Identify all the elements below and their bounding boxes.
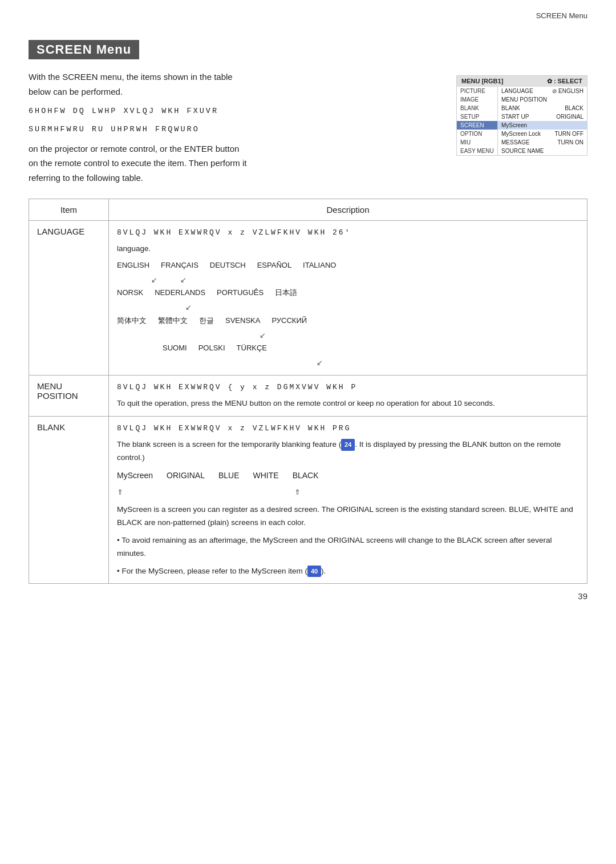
lang-italiano: ITALIANO	[303, 259, 336, 272]
table-row-language: LANGUAGE 8VLQJ WKH EXWWRQV x z VZLWFKHV …	[29, 221, 587, 376]
menu-right-blank: BLANKBLACK	[498, 104, 587, 112]
lang-arrows-4: ↙	[317, 357, 579, 369]
col-desc-header: Description	[109, 199, 587, 221]
lang-japanese: 日本語	[275, 286, 297, 299]
intro-encoded2: SURMHFWRU RU UHPRWH FRQWURO	[29, 123, 359, 136]
menu-left-column: PICTURE IMAGE BLANK SETUP SCREEN OPTION …	[457, 87, 498, 155]
page-number: 39	[578, 591, 587, 601]
lang-turkce: TÜRKÇE	[237, 342, 267, 354]
lang-russian: РУССКИЙ	[271, 314, 307, 327]
menu-right-startup: START UPORIGINAL	[498, 112, 587, 121]
blank-option-black: BLACK	[293, 469, 319, 483]
arrow-down-1: ↙	[151, 274, 157, 286]
menupos-desc-text: To quit the operation, press the MENU bu…	[117, 397, 579, 410]
arrow-down-3: ↙	[185, 301, 192, 314]
blank-option-original: ORIGINAL	[167, 469, 205, 483]
lang-english: ENGLISH	[117, 259, 149, 272]
blank-arrows: ⇑ ⇑	[117, 486, 579, 499]
desc-blank: 8VLQJ WKH EXWWRQV x z VZLWFKHV WKH PRG T…	[109, 416, 587, 584]
lang-norsk: NORSK	[117, 286, 143, 299]
menu-right-myscreenlock: MyScreen LockTURN OFF	[498, 130, 587, 138]
menu-right-sourcename: SOURCE NAME	[498, 147, 587, 155]
menu-header-left: MENU [RGB1]	[461, 78, 503, 85]
language-grid: ENGLISH FRANÇAIS DEUTSCH ESPAÑOL ITALIAN…	[117, 259, 579, 369]
lang-row-1: ENGLISH FRANÇAIS DEUTSCH ESPAÑOL ITALIAN…	[117, 259, 579, 272]
lang-svenska: SVENSKA	[225, 314, 260, 327]
ref-box-40: 40	[307, 566, 321, 578]
lang-row-3: 简体中文 繁體中文 한글 SVENSKA РУССКИЙ	[117, 314, 579, 327]
menu-item-picture: PICTURE	[457, 87, 497, 95]
menu-screenshot: MENU [RGB1] ✿ : SELECT PICTURE IMAGE BLA…	[456, 75, 587, 156]
menu-item-miu: MIU	[457, 138, 497, 147]
menu-item-blank: BLANK	[457, 104, 497, 112]
lang-row-4: SUOMI POLSKI TÜRKÇE	[117, 342, 579, 354]
intro-encoded1: 6HOHFW DQ LWHP XVLQJ WKH FXUVR	[29, 104, 359, 118]
lang-arrows-3: ↙	[260, 329, 579, 342]
blank-desc-text1: The blank screen is a screen for the tem…	[117, 438, 579, 465]
item-menu-position: MENU POSITION	[29, 375, 109, 416]
arrow-down-2: ↙	[180, 274, 187, 286]
lang-arrows-1: ↙ ↙	[151, 274, 579, 286]
menu-right-column: LANGUAGE⊘ ENGLISH MENU POSITION BLANKBLA…	[498, 87, 587, 155]
blank-arrow-right: ⇑	[294, 486, 301, 499]
item-language: LANGUAGE	[29, 221, 109, 376]
lang-polski: POLSKI	[198, 342, 225, 354]
lang-row-2: NORSK NEDERLANDS PORTUGUÊS 日本語	[117, 286, 579, 299]
menu-right-menuposition: MENU POSITION	[498, 95, 587, 104]
lang-nederlands: NEDERLANDS	[155, 286, 205, 299]
lang-arrows-2: ↙	[185, 301, 579, 314]
menu-item-option: OPTION	[457, 130, 497, 138]
intro-line1: With the SCREEN menu, the items shown in…	[29, 70, 359, 99]
blank-arrow-left: ⇑	[117, 486, 123, 499]
arrow-down-5: ↙	[317, 357, 323, 369]
lang-francais: FRANÇAIS	[161, 259, 198, 272]
lang-suomi: SUOMI	[163, 342, 187, 354]
item-blank: BLANK	[29, 416, 109, 584]
arrow-down-4: ↙	[260, 329, 266, 342]
menu-right-message: MESSAGETURN ON	[498, 138, 587, 147]
lang-portugues: PORTUGUÊS	[217, 286, 264, 299]
desc-menu-position: 8VLQJ WKH EXWWRQV { y x z DGMXVWV WKH P …	[109, 375, 587, 416]
language-encoded: 8VLQJ WKH EXWWRQV x z VZLWFKHV WKH 26'	[117, 227, 579, 239]
language-desc-text: language.	[117, 243, 579, 256]
lang-espanol: ESPAÑOL	[257, 259, 291, 272]
top-right-label: SCREEN Menu	[536, 11, 587, 20]
intro-text-block: With the SCREEN menu, the items shown in…	[29, 70, 443, 185]
col-item-header: Item	[29, 199, 109, 221]
blank-encoded: 8VLQJ WKH EXWWRQV x z VZLWFKHV WKH PRG	[117, 422, 579, 435]
blank-option-blue: BLUE	[218, 469, 240, 483]
blank-desc-refer: • For the MyScreen, please refer to the …	[117, 565, 579, 578]
menu-item-screen: SCREEN	[457, 121, 497, 130]
desc-language: 8VLQJ WKH EXWWRQV x z VZLWFKHV WKH 26' l…	[109, 221, 587, 376]
blank-desc-afterimage: • To avoid remaining as an afterimage, t…	[117, 534, 579, 560]
blank-desc-myscreen: MyScreen is a screen you can register as…	[117, 503, 579, 530]
lang-korean: 한글	[199, 314, 214, 327]
menu-item-easymenu: EASY MENU	[457, 147, 497, 155]
table-row-menu-position: MENU POSITION 8VLQJ WKH EXWWRQV { y x z …	[29, 375, 587, 416]
blank-options: MyScreen ORIGINAL BLUE WHITE BLACK	[117, 469, 579, 483]
menu-right-language: LANGUAGE⊘ ENGLISH	[498, 87, 587, 95]
menupos-encoded: 8VLQJ WKH EXWWRQV { y x z DGMXVWV WKH P	[117, 381, 579, 394]
table-row-blank: BLANK 8VLQJ WKH EXWWRQV x z VZLWFKHV WKH…	[29, 416, 587, 584]
menu-header-right: ✿ : SELECT	[547, 78, 582, 85]
menu-item-setup: SETUP	[457, 112, 497, 121]
blank-option-white: WHITE	[253, 469, 279, 483]
menu-item-image: IMAGE	[457, 95, 497, 104]
menu-right-myscreen: MyScreen	[498, 121, 587, 130]
ref-box-24: 24	[341, 439, 355, 451]
intro-line3: on the projector or remote control, or t…	[29, 142, 359, 185]
section-title: SCREEN Menu	[29, 40, 139, 59]
main-table: Item Description LANGUAGE 8VLQJ WKH EXWW…	[29, 199, 587, 584]
lang-deutsch: DEUTSCH	[210, 259, 246, 272]
lang-simplified-chinese: 简体中文	[117, 314, 147, 327]
blank-option-myscreen: MyScreen	[117, 469, 153, 483]
lang-traditional-chinese: 繁體中文	[158, 314, 188, 327]
